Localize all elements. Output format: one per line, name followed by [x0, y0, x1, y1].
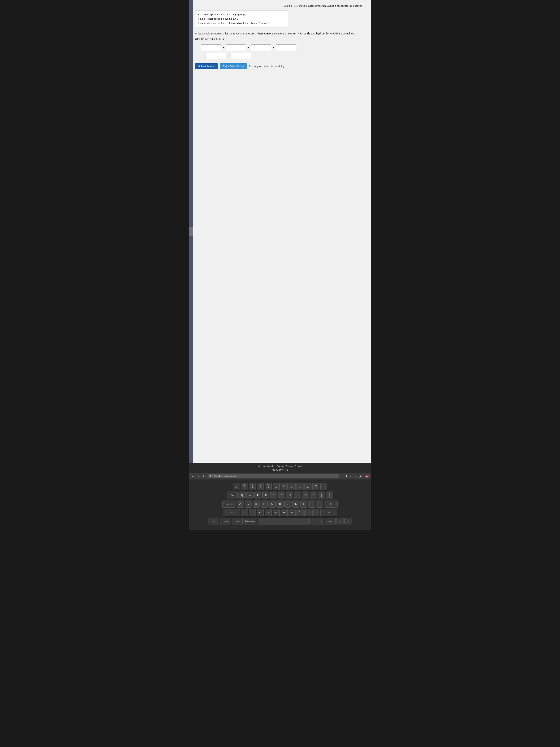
key-4[interactable]: $ 4: [257, 483, 264, 490]
key-9[interactable]: ( 9: [296, 483, 303, 490]
key-option[interactable]: option: [232, 518, 243, 525]
key-r[interactable]: R: [262, 491, 269, 499]
submit-answer-button[interactable]: Submit Answer: [195, 63, 218, 69]
key-capslock[interactable]: caps lock: [222, 500, 236, 508]
key-u[interactable]: U: [286, 491, 293, 499]
browser-forward-button[interactable]: →: [197, 474, 201, 478]
key-spacebar[interactable]: [258, 518, 310, 525]
reference-text: Use the References to access important v…: [284, 4, 363, 7]
key-s[interactable]: S: [245, 500, 252, 508]
key-j[interactable]: J: [285, 500, 292, 508]
volume-tray-icon[interactable]: 🔊: [359, 474, 363, 478]
key-slash[interactable]: ? /: [313, 509, 319, 516]
key-i[interactable]: I: [294, 491, 301, 499]
key-q[interactable]: Q: [239, 491, 245, 499]
key-5[interactable]: % 5: [265, 483, 272, 490]
key-fn[interactable]: fn: [209, 518, 219, 525]
equation-area: + + + → +: [195, 45, 365, 59]
key-rbracket[interactable]: } ]: [326, 491, 333, 499]
settings-tray-icon[interactable]: ✦: [354, 474, 356, 478]
keyboard-row-numbers: - ← @ 2 # 3 $ 4 % 5 ^ 6 & 7 * 8: [192, 483, 368, 490]
key-shift-left[interactable]: shift: [223, 509, 240, 516]
eq-input-4[interactable]: [276, 45, 296, 51]
plus-symbol-4: +: [228, 54, 229, 57]
key-quote[interactable]: " ': [316, 500, 323, 508]
mute-tray-icon[interactable]: 🔇: [365, 474, 369, 478]
key-a[interactable]: A: [237, 500, 244, 508]
chevron-left-tray-icon[interactable]: ‹: [350, 475, 351, 478]
attempts-remaining: 9 more group attempts remaining: [249, 65, 285, 68]
key-3[interactable]: # 3: [249, 483, 256, 490]
key-arrow-right[interactable]: →: [344, 518, 351, 525]
key-k[interactable]: K: [292, 500, 299, 508]
instruction-1: Be sure to specify states such as (aq) o…: [198, 12, 285, 17]
footer-separator: |: [275, 465, 276, 467]
key-h[interactable]: H: [276, 500, 284, 508]
key-return[interactable]: return: [324, 500, 338, 508]
cengage-learning-link[interactable]: Cengage Learning: [258, 465, 275, 467]
key-f[interactable]: F: [261, 500, 268, 508]
key-e[interactable]: E: [255, 491, 262, 499]
key-option-right[interactable]: option: [325, 518, 336, 525]
key-dash[interactable]: — -: [313, 483, 319, 490]
keyboard-row-bottom: fn control option ⌘ command command ⌘ op…: [192, 518, 368, 525]
upload-tray-icon[interactable]: ⬆: [345, 474, 348, 478]
eq-input-3[interactable]: [251, 45, 271, 51]
key-command-left[interactable]: ⌘ command: [243, 518, 257, 525]
use-hint: (Use H+ instead of H3O+.): [195, 37, 365, 41]
eq-input-2[interactable]: [226, 45, 246, 51]
reaction-arrow: →: [201, 54, 204, 58]
eq-input-6[interactable]: [231, 53, 251, 59]
keyboard-area: - ← @ 2 # 3 $ 4 % 5 ^ 6 & 7 * 8: [189, 480, 371, 530]
key-command-right[interactable]: command ⌘: [311, 518, 324, 525]
key-y[interactable]: Y: [278, 491, 285, 499]
key-7[interactable]: & 7: [281, 483, 288, 490]
left-nav-arrow[interactable]: ‹: [189, 227, 193, 236]
macbook-label: MacBook Pro: [189, 468, 371, 471]
key-w[interactable]: W: [246, 491, 254, 499]
retry-entire-group-button[interactable]: Retry Entire Group: [220, 63, 247, 69]
key-c[interactable]: C: [257, 509, 264, 516]
plus-symbol-3: +: [273, 46, 274, 49]
key-b[interactable]: B: [273, 509, 279, 516]
key-lbracket[interactable]: { [: [318, 491, 325, 499]
key-l[interactable]: L: [300, 500, 308, 508]
key-x[interactable]: X: [249, 509, 256, 516]
button-row: Submit Answer Retry Entire Group 9 more …: [195, 63, 365, 69]
key-shift-right[interactable]: shift: [320, 509, 337, 516]
key-plus-eq[interactable]: + =: [320, 483, 327, 490]
key-m[interactable]: M: [289, 509, 296, 516]
key-2[interactable]: @ 2: [241, 483, 248, 490]
key-0[interactable]: ) 0: [304, 483, 312, 490]
laptop-screen: ‹ Use the References to access important…: [189, 0, 371, 463]
key-arrow-left[interactable]: ←: [337, 518, 344, 525]
key-o[interactable]: O: [302, 491, 309, 499]
key-semicolon[interactable]: : ;: [308, 500, 315, 508]
key-comma[interactable]: < ,: [296, 509, 303, 516]
browser-refresh-button[interactable]: ↻: [202, 474, 206, 478]
plus-tray-icon[interactable]: +: [341, 475, 343, 478]
eq-input-1[interactable]: [201, 45, 221, 51]
key-tab[interactable]: Tab: [227, 491, 238, 499]
key-z[interactable]: Z: [241, 509, 248, 516]
key-n[interactable]: N: [281, 509, 288, 516]
equation-row-2: → +: [201, 53, 365, 59]
key-ctrl[interactable]: control: [220, 518, 231, 525]
key-t[interactable]: T: [270, 491, 277, 499]
key-period[interactable]: > .: [304, 509, 312, 516]
search-icon: 🔍: [210, 475, 212, 478]
browser-back-button[interactable]: ←: [191, 474, 195, 478]
question-text: Write a net ionic equation for the react…: [195, 31, 365, 35]
plus-symbol-2: +: [247, 46, 249, 49]
cengage-support-link[interactable]: Cengage Technical Support: [277, 465, 302, 467]
keyboard-row-zxcv: shift Z X C V B N M < , > . ? / shift: [192, 509, 368, 516]
key-minus[interactable]: - ←: [233, 483, 240, 490]
eq-input-5[interactable]: [206, 53, 226, 59]
key-6[interactable]: ^ 6: [273, 483, 279, 490]
key-v[interactable]: V: [265, 509, 272, 516]
key-g[interactable]: G: [268, 500, 275, 508]
browser-address-bar[interactable]: 🔍 Search or enter address: [207, 474, 340, 479]
key-d[interactable]: D: [252, 500, 260, 508]
key-p[interactable]: P: [310, 491, 317, 499]
key-8[interactable]: * 8: [289, 483, 296, 490]
